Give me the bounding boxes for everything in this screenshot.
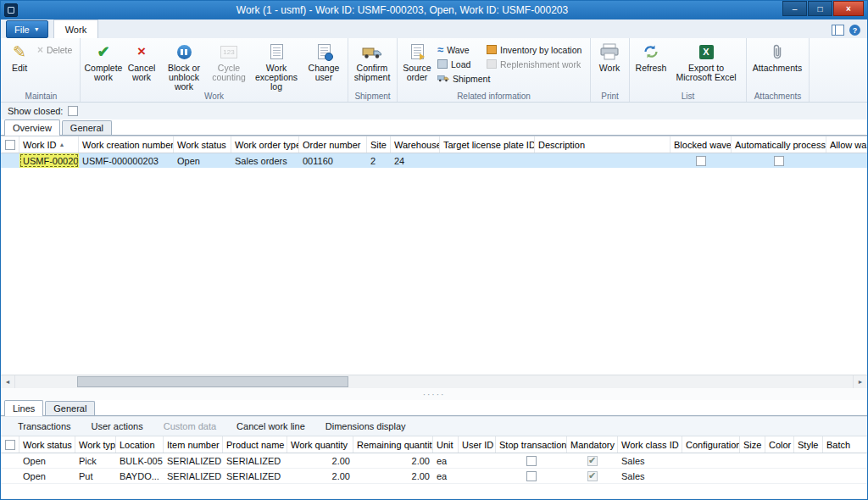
cycle-counting-button[interactable]: 123 Cycle counting [209,40,248,82]
app-icon [4,3,18,17]
cell-remaining-quantity: 2.00 [353,469,433,483]
col-header-work-quantity[interactable]: Work quantity [287,436,353,453]
document-icon [270,44,283,59]
col-header-unit[interactable]: Unit [433,436,459,453]
col-header-size[interactable]: Size [740,436,765,453]
scrollbar-thumb[interactable] [77,376,348,387]
tab-general-top[interactable]: General [62,120,112,135]
col-header-order-number[interactable]: Order number [299,136,367,153]
maximize-button[interactable]: □ [808,1,832,16]
mandatory-checkbox [587,456,598,466]
export-to-excel-button[interactable]: X Export to Microsoft Excel [670,40,742,82]
confirm-shipment-button[interactable]: Confirm shipment [350,40,394,82]
col-header-work-creation-number[interactable]: Work creation number [79,136,174,153]
cell-batch [823,453,867,468]
edit-icon: ✎ [13,42,26,62]
delete-button[interactable]: × Delete [35,42,75,57]
row-selector-cell[interactable] [1,469,19,483]
table-row[interactable]: Open Pick BULK-005 SERIALIZED SERIALIZED… [1,453,867,469]
shipment-icon [437,74,449,84]
row-selector-cell[interactable] [1,453,19,468]
help-icon[interactable]: ? [849,25,860,36]
col-header-automatically-process[interactable]: Automatically process [732,136,826,153]
work-exceptions-log-button[interactable]: Work exceptions log [248,40,304,92]
cell-line-status: Open [19,469,75,483]
inventory-by-location-button[interactable]: Inventory by location [484,42,587,57]
col-header-mandatory[interactable]: Mandatory [567,436,618,453]
scroll-left-icon[interactable]: ◄ [1,375,15,388]
empty-row [1,484,867,499]
col-header-style[interactable]: Style [794,436,823,453]
scroll-right-icon[interactable]: ► [853,375,867,388]
cell-mandatory [567,453,618,468]
horizontal-scrollbar[interactable]: ◄ ► [1,375,867,389]
change-user-button[interactable]: Change user [304,40,343,82]
complete-work-button[interactable]: ✔ Complete work [82,40,125,82]
cancel-work-line-button[interactable]: Cancel work line [228,419,314,433]
edit-button[interactable]: ✎ Edit [4,40,35,73]
dimensions-display-button[interactable]: Dimensions display [317,419,415,433]
cancel-icon: × [137,43,146,60]
col-header-target-license-plate[interactable]: Target license plate ID [440,136,535,153]
tab-work[interactable]: Work [53,19,98,38]
col-header-work-status[interactable]: Work status [174,136,231,153]
source-order-button[interactable]: Source order [399,40,435,82]
col-header-item-number[interactable]: Item number [164,436,223,453]
stop-transaction-checkbox[interactable] [526,456,537,466]
cell-item-number: SERIALIZED [164,469,223,483]
custom-data-button[interactable]: Custom data [155,419,225,433]
tab-overview[interactable]: Overview [4,119,60,136]
refresh-button[interactable]: Refresh [632,40,670,73]
cell-product-name: SERIALIZED [223,469,287,483]
shipment-button[interactable]: Shipment [435,71,484,86]
block-unblock-work-button[interactable]: Block or unblock work [159,40,209,92]
col-header-product-name[interactable]: Product name [223,436,287,453]
col-header-line-work-status[interactable]: Work status [19,436,75,453]
col-header-configuration[interactable]: Configuration [682,436,740,453]
col-header-work-id[interactable]: Work ID▲ [19,136,79,153]
auto-process-checkbox[interactable] [774,156,784,166]
col-header-allow-wave[interactable]: Allow wa [826,136,867,153]
replenishment-work-button[interactable]: Replenishment work [484,57,587,71]
load-button[interactable]: Load [435,57,484,71]
col-header-batch[interactable]: Batch [823,436,867,453]
col-header-description[interactable]: Description [535,136,670,153]
blocked-wave-checkbox[interactable] [696,156,706,166]
table-row[interactable]: Open Put BAYDO... SERIALIZED SERIALIZED … [1,469,867,484]
col-header-site[interactable]: Site [367,136,391,153]
col-header-user-id[interactable]: User ID [459,436,496,453]
row-selector-cell[interactable] [1,153,19,168]
attachments-button[interactable]: Attachments [748,40,806,73]
col-header-remaining-quantity[interactable]: Remaining quantity [353,436,433,453]
print-work-button[interactable]: Work [593,40,626,73]
col-header-work-type[interactable]: Work type [75,436,116,453]
col-header-work-class-id[interactable]: Work class ID [618,436,682,453]
show-closed-checkbox[interactable] [68,106,78,116]
user-document-icon [318,44,331,59]
cell-line-status: Open [19,453,75,468]
col-header-warehouse[interactable]: Warehouse [391,136,440,153]
transactions-button[interactable]: Transactions [9,419,80,433]
cancel-work-button[interactable]: × Cancel work [125,40,159,82]
replenishment-icon [487,59,497,69]
lines-select-all-checkbox[interactable] [1,436,19,453]
group-label: Print [591,92,629,101]
col-header-location[interactable]: Location [116,436,164,453]
layout-toggle-icon[interactable] [832,25,844,36]
table-row[interactable]: USMF-000203 USMF-000000203 Open Sales or… [1,153,867,168]
col-header-color[interactable]: Color [765,436,794,453]
wave-button[interactable]: ≈ Wave [435,42,484,57]
file-menu-button[interactable]: File ▼ [6,20,48,38]
pane-splitter[interactable] [1,388,867,400]
close-button[interactable]: × [833,1,864,16]
tab-general-bottom[interactable]: General [45,401,95,415]
minimize-button[interactable]: – [782,1,807,16]
user-actions-button[interactable]: User actions [83,419,152,433]
col-header-stop-transaction[interactable]: Stop transaction [496,436,567,453]
tab-lines[interactable]: Lines [4,400,43,416]
select-all-checkbox[interactable] [1,136,19,153]
col-header-work-order-type[interactable]: Work order type [231,136,299,153]
col-header-blocked-wave[interactable]: Blocked wave [670,136,732,153]
cell-work-id[interactable]: USMF-000203 [19,153,79,168]
stop-transaction-checkbox[interactable] [526,471,537,481]
